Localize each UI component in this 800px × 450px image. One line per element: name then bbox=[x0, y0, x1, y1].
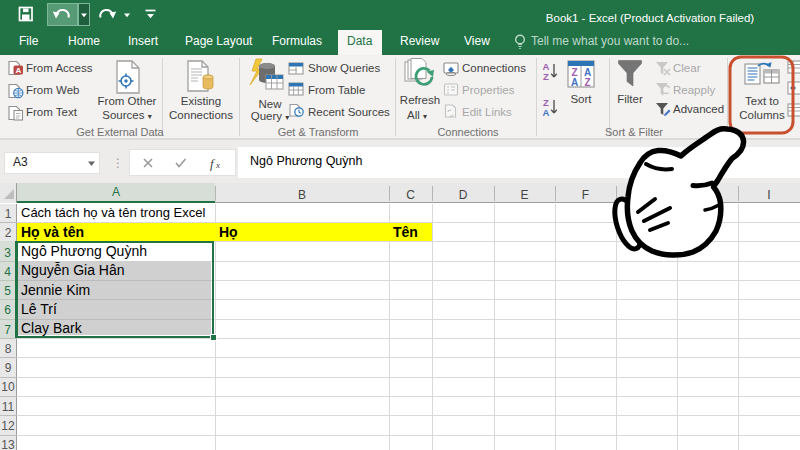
svg-text:A: A bbox=[15, 66, 21, 75]
svg-text:Z: Z bbox=[584, 77, 590, 88]
svg-text:Z: Z bbox=[543, 71, 549, 82]
svg-text:A: A bbox=[543, 107, 550, 118]
svg-text:x: x bbox=[215, 160, 220, 170]
svg-text:A: A bbox=[571, 77, 578, 88]
